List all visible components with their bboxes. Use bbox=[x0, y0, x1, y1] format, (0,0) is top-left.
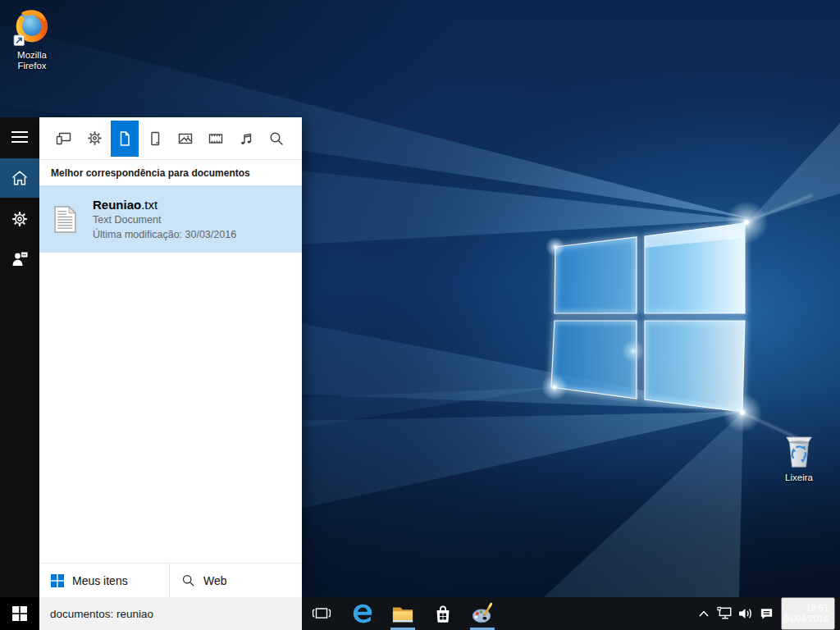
paint-button[interactable] bbox=[466, 597, 499, 630]
store-icon bbox=[431, 602, 454, 625]
search-query-text: documentos: reuniao bbox=[50, 608, 153, 620]
store-button[interactable] bbox=[427, 597, 459, 630]
panel-empty-area bbox=[39, 253, 302, 563]
filter-videos-button[interactable] bbox=[202, 121, 230, 157]
videos-icon bbox=[208, 130, 224, 147]
sidebar-feedback-button[interactable] bbox=[0, 239, 39, 278]
file-explorer-icon bbox=[390, 603, 415, 624]
firefox-icon bbox=[11, 7, 52, 48]
edge-icon bbox=[351, 602, 374, 625]
task-view-icon bbox=[311, 605, 332, 622]
edge-button[interactable] bbox=[346, 597, 379, 630]
taskbar-search-input[interactable]: documentos: reuniao bbox=[39, 597, 302, 630]
tray-show-hidden-icons-button[interactable] bbox=[693, 597, 714, 630]
clock-date: 04/04/2016 bbox=[783, 614, 829, 624]
file-explorer-button[interactable] bbox=[386, 597, 419, 630]
result-texts: Reuniao.txt Text Document Última modific… bbox=[93, 197, 236, 242]
feedback-icon bbox=[11, 250, 29, 267]
text-file-icon bbox=[54, 206, 76, 233]
search-result-reuniao-txt[interactable]: Reuniao.txt Text Document Última modific… bbox=[39, 185, 302, 253]
task-view-button[interactable] bbox=[305, 597, 338, 630]
sidebar-settings-button[interactable] bbox=[0, 199, 39, 239]
tray-network-button[interactable] bbox=[714, 597, 736, 630]
music-icon bbox=[238, 130, 254, 147]
search-sidebar bbox=[0, 117, 39, 597]
tray-action-center-button[interactable] bbox=[756, 597, 777, 630]
web-button[interactable]: Web bbox=[170, 564, 301, 597]
clock-time: 18:51 bbox=[806, 603, 829, 614]
network-icon bbox=[717, 606, 734, 621]
folders-icon bbox=[147, 130, 163, 147]
recycle-bin-icon bbox=[780, 432, 818, 470]
filter-photos-button[interactable] bbox=[171, 121, 199, 157]
filter-settings-button[interactable] bbox=[80, 121, 108, 157]
photos-icon bbox=[177, 130, 194, 147]
taskbar: documentos: reuniao bbox=[0, 597, 840, 630]
result-title: Reuniao.txt bbox=[93, 197, 236, 212]
result-type: Text Document bbox=[93, 212, 236, 227]
desktop-icon-label: Mozilla Firefox bbox=[2, 50, 62, 71]
desktop-icon-label: Lixeira bbox=[769, 472, 829, 483]
filter-apps-button[interactable] bbox=[50, 121, 78, 157]
paint-icon bbox=[470, 601, 495, 626]
shortcut-arrow-badge bbox=[14, 35, 25, 46]
tray-volume-button[interactable] bbox=[735, 597, 756, 630]
best-match-header: Melhor correspondência para documentos bbox=[39, 160, 302, 185]
filter-folders-button[interactable] bbox=[141, 121, 169, 157]
filter-music-button[interactable] bbox=[232, 121, 260, 157]
search-icon bbox=[181, 573, 195, 587]
desktop-icon-recycle-bin[interactable]: Lixeira bbox=[769, 432, 829, 483]
gear-icon bbox=[11, 211, 28, 227]
windows-desktop: Mozilla Firefox Lixeir bbox=[0, 0, 840, 630]
volume-icon bbox=[737, 606, 754, 621]
home-icon bbox=[11, 170, 29, 186]
windows-logo-icon bbox=[51, 574, 64, 587]
start-button[interactable] bbox=[0, 597, 39, 630]
chevron-up-icon bbox=[698, 609, 710, 618]
windows-logo-icon bbox=[12, 606, 27, 621]
desktop-icon-firefox[interactable]: Mozilla Firefox bbox=[2, 7, 62, 71]
apps-icon bbox=[56, 130, 72, 147]
action-center-icon bbox=[759, 606, 774, 621]
search-icon bbox=[268, 130, 285, 147]
filter-web-search-button[interactable] bbox=[262, 121, 290, 157]
gear-icon bbox=[87, 130, 103, 146]
menu-button[interactable] bbox=[0, 117, 39, 157]
my-items-button[interactable]: Meus itens bbox=[39, 564, 170, 597]
panel-footer: Meus itens Web bbox=[39, 563, 302, 597]
search-results-panel: Melhor correspondência para documentos R… bbox=[39, 117, 302, 597]
search-filter-bar bbox=[39, 117, 302, 160]
hamburger-icon bbox=[11, 130, 28, 144]
document-icon bbox=[116, 130, 133, 147]
filter-documents-button[interactable] bbox=[111, 121, 139, 157]
tray-clock[interactable]: 18:51 04/04/2016 bbox=[781, 597, 835, 630]
sidebar-home-button[interactable] bbox=[0, 158, 39, 198]
result-modified: Última modificação: 30/03/2016 bbox=[93, 227, 236, 242]
